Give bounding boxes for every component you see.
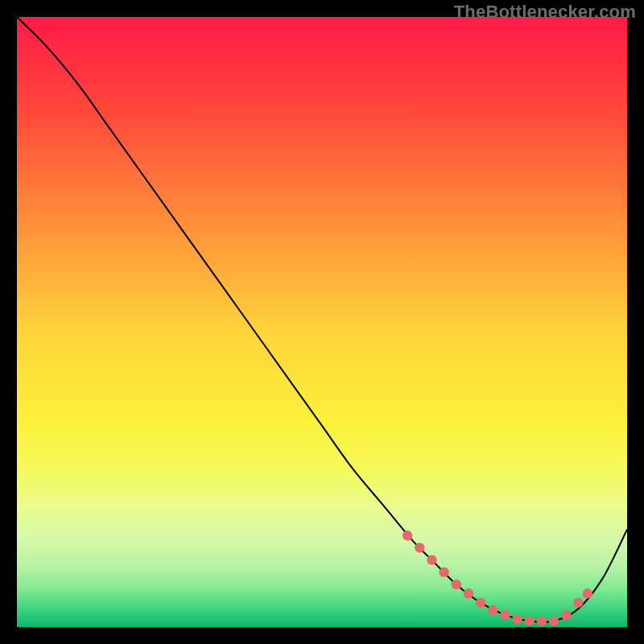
optimal-marker [573,597,583,607]
optimal-marker [402,530,412,540]
chart-frame: TheBottlenecker.com [0,0,644,644]
optimal-marker [439,568,448,577]
optimal-marker [415,543,424,552]
attribution-label: TheBottlenecker.com [454,2,636,23]
optimal-marker [549,616,559,625]
optimal-marker [561,610,571,620]
optimal-marker [452,580,461,589]
optimal-marker [488,605,497,615]
optimal-marker [525,616,535,625]
optimal-marker [500,610,510,620]
bottleneck-curve [17,17,627,622]
optimal-marker [537,616,547,625]
optimal-marker [464,588,473,598]
curve-layer [17,17,627,627]
optimal-marker [512,614,522,624]
optimal-marker [427,555,436,564]
optimal-marker [476,597,485,607]
plot-area [17,17,627,627]
optimal-marker [583,588,592,598]
